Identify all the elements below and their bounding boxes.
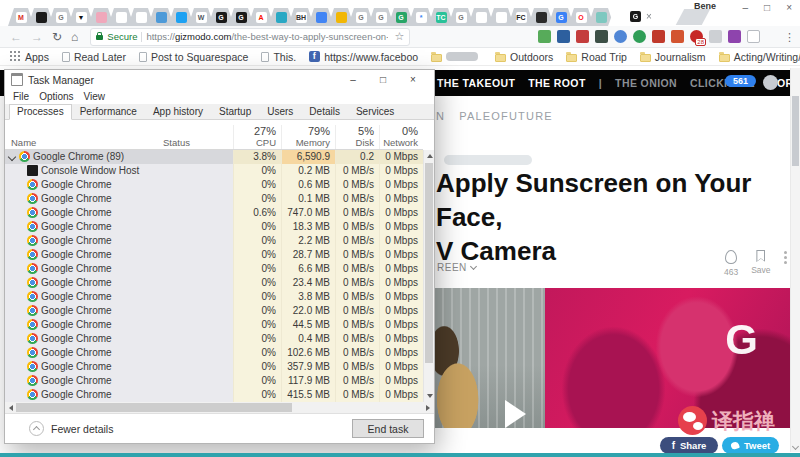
process-row[interactable]: Google Chrome 0% 357.9 MB 0 MB/s 0 Mbps	[5, 360, 423, 374]
scroll-up-icon[interactable]	[427, 154, 433, 158]
expander-icon[interactable]	[5, 234, 19, 248]
column-network[interactable]: Network	[379, 137, 423, 149]
task-manager-tab[interactable]: Performance	[72, 104, 145, 120]
scrollbar-thumb[interactable]	[16, 403, 292, 412]
browser-menu-icon[interactable]: ⋮	[784, 31, 795, 44]
process-row[interactable]: Google Chrome 0.6% 747.0 MB 0 MB/s 0 Mbp…	[5, 206, 423, 220]
page-scrollbar-thumb[interactable]	[792, 96, 799, 166]
task-manager-tab[interactable]: Processes	[9, 104, 72, 120]
memory-total[interactable]: 79%	[281, 125, 335, 137]
expander-icon[interactable]	[5, 192, 19, 206]
extension-icon[interactable]	[671, 30, 684, 43]
scroll-left-icon[interactable]	[9, 405, 13, 411]
column-name[interactable]: Name	[5, 137, 163, 149]
subnav-item[interactable]: N	[436, 110, 445, 122]
expander-icon[interactable]	[5, 332, 19, 346]
task-manager-tab[interactable]: Details	[301, 104, 348, 120]
fewer-details-toggle[interactable]: Fewer details	[29, 421, 113, 436]
extension-icon[interactable]	[652, 30, 665, 43]
expander-icon[interactable]	[5, 290, 19, 304]
extension-icon[interactable]	[690, 30, 703, 43]
menu-item[interactable]: View	[84, 91, 106, 102]
scroll-down-icon[interactable]	[427, 394, 433, 398]
process-row[interactable]: Google Chrome 0% 3.8 MB 0 MB/s 0 Mbps	[5, 290, 423, 304]
task-manager-tab[interactable]: App history	[145, 104, 211, 120]
nav-item[interactable]: THE ONION	[615, 77, 677, 89]
forward-icon[interactable]: →	[31, 31, 43, 43]
task-manager-titlebar[interactable]: Task Manager –□×	[5, 70, 434, 89]
save-control[interactable]: Save	[751, 250, 770, 275]
flame-reaction[interactable]: 463	[724, 250, 738, 277]
extension-icon[interactable]	[576, 30, 589, 43]
nav-item[interactable]: |	[599, 77, 602, 89]
disk-total[interactable]: 5%	[335, 125, 379, 137]
subnav-item[interactable]: PALEOFUTURE	[459, 110, 553, 122]
nav-item[interactable]: THE ROOT	[528, 77, 585, 89]
horizontal-scrollbar[interactable]	[5, 402, 434, 413]
active-tab[interactable]: G ×	[608, 7, 674, 26]
bookmark-star-icon[interactable]: ☆	[394, 30, 404, 43]
expander-icon[interactable]	[5, 360, 19, 374]
process-row[interactable]: Console Window Host 0% 0.2 MB 0 MB/s 0 M…	[5, 164, 423, 178]
facebook-share-button[interactable]: f Share	[660, 437, 718, 454]
expander-icon[interactable]	[5, 220, 19, 234]
window-control-button[interactable]: –	[338, 74, 368, 85]
expander-icon[interactable]	[5, 318, 19, 332]
play-icon[interactable]	[505, 400, 526, 428]
task-manager-tab[interactable]: Services	[348, 104, 402, 120]
bookmark-item[interactable]: Apps	[10, 51, 49, 63]
address-bar[interactable]: Secure https://gizmodo.com/the-best-way-…	[90, 28, 410, 46]
network-total[interactable]: 0%	[379, 125, 423, 137]
extension-icon[interactable]	[747, 30, 760, 43]
extension-icon[interactable]	[728, 30, 741, 43]
menu-item[interactable]: Options	[39, 91, 73, 102]
vertical-scrollbar[interactable]	[423, 150, 434, 402]
process-row[interactable]: Google Chrome 0% 117.9 MB 0 MB/s 0 Mbps	[5, 374, 423, 388]
expander-icon[interactable]	[5, 304, 19, 318]
bookmark-item[interactable]: Outdoors	[495, 51, 553, 63]
column-memory[interactable]: Memory	[281, 137, 335, 149]
process-row[interactable]: Google Chrome 0% 0.4 MB 0 MB/s 0 Mbps	[5, 332, 423, 346]
tab-close-icon[interactable]: ×	[646, 11, 652, 22]
column-disk[interactable]: Disk	[335, 137, 379, 149]
scroll-down-icon[interactable]	[792, 443, 799, 450]
process-row[interactable]: Google Chrome 0% 415.5 MB 0 MB/s 0 Mbps	[5, 388, 423, 402]
page-scrollbar[interactable]	[790, 68, 800, 452]
expander-icon[interactable]	[5, 388, 19, 402]
expander-icon[interactable]	[5, 346, 19, 360]
extension-icon[interactable]	[614, 30, 627, 43]
expander-icon[interactable]	[5, 178, 19, 192]
new-tab-button[interactable]	[676, 9, 711, 25]
process-row[interactable]: Google Chrome (89) 3.8% 6,590.9 MB 0.2 M…	[5, 150, 423, 164]
bookmark-item[interactable]: This.	[261, 51, 296, 63]
window-control-button[interactable]: □	[764, 2, 770, 13]
window-control-button[interactable]: –	[743, 2, 749, 13]
scrollbar-thumb[interactable]	[425, 163, 433, 363]
bookmark-item[interactable]: Acting/Writing/Film	[719, 51, 800, 63]
process-row[interactable]: Google Chrome 0% 102.6 MB 0 MB/s 0 Mbps	[5, 346, 423, 360]
more-options[interactable]	[784, 250, 787, 254]
bookmark-item[interactable]	[431, 52, 482, 62]
cpu-total[interactable]: 27%	[233, 125, 281, 137]
bookmark-item[interactable]: Road Trip	[566, 51, 627, 63]
process-row[interactable]: Google Chrome 0% 6.6 MB 0 MB/s 0 Mbps	[5, 262, 423, 276]
nav-item[interactable]: THE TAKEOUT	[437, 77, 515, 89]
extension-icon[interactable]	[709, 30, 722, 43]
bookmark-item[interactable]: https://www.faceboo	[309, 51, 418, 63]
process-row[interactable]: Google Chrome 0% 0.6 MB 0 MB/s 0 Mbps	[5, 178, 423, 192]
process-row[interactable]: Google Chrome 0% 22.0 MB 0 MB/s 0 Mbps	[5, 304, 423, 318]
process-row[interactable]: Google Chrome 0% 18.3 MB 0 MB/s 0 Mbps	[5, 220, 423, 234]
end-task-button[interactable]: End task	[352, 419, 424, 438]
menu-item[interactable]: File	[13, 91, 29, 102]
expander-icon[interactable]	[5, 262, 19, 276]
scroll-right-icon[interactable]	[426, 405, 430, 411]
process-row[interactable]: Google Chrome 0% 28.7 MB 0 MB/s 0 Mbps	[5, 248, 423, 262]
expander-icon[interactable]	[5, 276, 19, 290]
bookmark-item[interactable]: Post to Squarespace	[139, 51, 248, 63]
back-icon[interactable]: ←	[10, 31, 22, 43]
extension-icon[interactable]	[633, 30, 646, 43]
expander-icon[interactable]	[5, 248, 19, 262]
process-row[interactable]: Google Chrome 0% 2.2 MB 0 MB/s 0 Mbps	[5, 234, 423, 248]
expander-icon[interactable]	[5, 164, 19, 178]
task-manager-tab[interactable]: Users	[259, 104, 301, 120]
